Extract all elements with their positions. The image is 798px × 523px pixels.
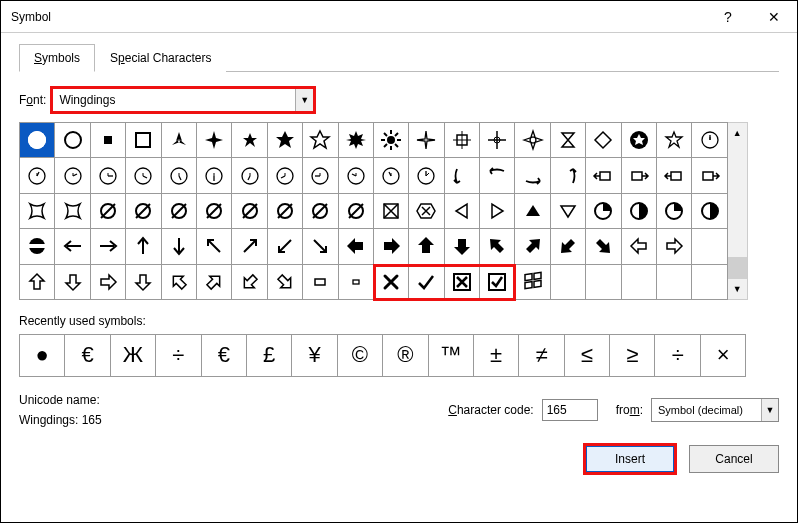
symbol-cell[interactable]	[91, 158, 126, 193]
symbol-cell[interactable]	[55, 194, 90, 229]
symbol-cell[interactable]	[374, 123, 409, 158]
symbol-cell[interactable]	[197, 123, 232, 158]
symbol-cell[interactable]	[268, 265, 303, 300]
tab-symbols[interactable]: Symbols	[19, 44, 95, 72]
symbol-cell[interactable]	[409, 194, 444, 229]
symbol-cell[interactable]	[91, 194, 126, 229]
symbol-cell[interactable]	[162, 265, 197, 300]
recent-symbol-cell[interactable]: Ж	[111, 335, 156, 377]
symbol-cell[interactable]	[622, 194, 657, 229]
font-input[interactable]	[53, 91, 294, 109]
symbol-cell[interactable]	[622, 158, 657, 193]
scroll-up-icon[interactable]: ▲	[728, 123, 747, 143]
symbol-cell[interactable]	[20, 158, 55, 193]
symbol-cell[interactable]	[303, 265, 338, 300]
recent-symbol-cell[interactable]: ¥	[292, 335, 337, 377]
close-button[interactable]: ✕	[751, 1, 797, 33]
font-combo[interactable]: ▼	[52, 88, 314, 112]
symbol-cell[interactable]	[586, 229, 621, 264]
symbol-cell[interactable]	[232, 229, 267, 264]
symbol-cell[interactable]	[515, 158, 550, 193]
symbol-cell[interactable]	[91, 265, 126, 300]
recent-symbol-cell[interactable]: ©	[338, 335, 383, 377]
symbol-cell[interactable]	[622, 123, 657, 158]
from-combo[interactable]: ▼	[651, 398, 779, 422]
symbol-cell[interactable]	[268, 229, 303, 264]
symbol-cell[interactable]	[91, 123, 126, 158]
recent-symbol-cell[interactable]: ×	[701, 335, 746, 377]
symbol-cell[interactable]	[445, 229, 480, 264]
symbol-cell[interactable]	[126, 229, 161, 264]
symbol-cell[interactable]	[197, 194, 232, 229]
symbol-cell[interactable]	[162, 158, 197, 193]
tab-special-characters[interactable]: Special Characters	[95, 44, 226, 72]
symbol-cell[interactable]	[303, 229, 338, 264]
grid-scrollbar[interactable]: ▲ ▼	[728, 122, 748, 300]
symbol-cell[interactable]	[586, 123, 621, 158]
symbol-cell[interactable]	[409, 265, 444, 300]
symbol-cell[interactable]	[232, 194, 267, 229]
symbol-cell[interactable]	[55, 158, 90, 193]
symbol-cell[interactable]	[162, 194, 197, 229]
recent-symbol-cell[interactable]: ®	[383, 335, 428, 377]
symbol-cell[interactable]	[20, 229, 55, 264]
insert-button[interactable]: Insert	[585, 445, 675, 473]
symbol-cell[interactable]	[20, 194, 55, 229]
symbol-cell[interactable]	[126, 194, 161, 229]
symbol-cell[interactable]	[303, 194, 338, 229]
symbol-cell[interactable]	[91, 229, 126, 264]
symbol-cell[interactable]	[55, 265, 90, 300]
symbol-cell[interactable]	[303, 123, 338, 158]
symbol-cell[interactable]	[197, 265, 232, 300]
symbol-cell[interactable]	[586, 265, 621, 300]
symbol-cell[interactable]	[232, 158, 267, 193]
symbol-cell[interactable]	[657, 158, 692, 193]
symbol-cell[interactable]	[622, 265, 657, 300]
recent-symbol-cell[interactable]: ÷	[655, 335, 700, 377]
recent-symbol-cell[interactable]: ≤	[565, 335, 610, 377]
symbol-cell[interactable]	[445, 158, 480, 193]
symbol-cell[interactable]	[445, 123, 480, 158]
symbol-cell[interactable]	[657, 265, 692, 300]
help-button[interactable]: ?	[705, 1, 751, 33]
symbol-cell[interactable]	[126, 123, 161, 158]
symbol-cell[interactable]	[55, 123, 90, 158]
symbol-cell[interactable]	[692, 158, 727, 193]
symbol-cell[interactable]	[197, 158, 232, 193]
symbol-cell[interactable]	[586, 158, 621, 193]
symbol-cell[interactable]	[515, 265, 550, 300]
symbol-cell[interactable]	[480, 158, 515, 193]
symbol-cell[interactable]	[692, 229, 727, 264]
symbol-cell[interactable]	[232, 265, 267, 300]
symbol-cell[interactable]	[339, 265, 374, 300]
symbol-cell[interactable]	[268, 158, 303, 193]
chevron-down-icon[interactable]: ▼	[761, 399, 778, 421]
symbol-cell[interactable]	[374, 158, 409, 193]
charcode-input[interactable]	[542, 399, 598, 421]
symbol-cell[interactable]	[551, 194, 586, 229]
recent-symbol-cell[interactable]: £	[247, 335, 292, 377]
recent-symbol-cell[interactable]: ≠	[519, 335, 564, 377]
symbol-cell[interactable]	[409, 123, 444, 158]
scroll-thumb[interactable]	[728, 257, 747, 279]
symbol-cell[interactable]	[162, 229, 197, 264]
symbol-cell[interactable]	[445, 265, 480, 300]
symbol-cell[interactable]	[480, 229, 515, 264]
symbol-cell[interactable]	[480, 123, 515, 158]
symbol-cell[interactable]	[374, 229, 409, 264]
recent-symbol-cell[interactable]: ™	[429, 335, 474, 377]
symbol-cell[interactable]	[480, 265, 515, 300]
symbol-cell[interactable]	[303, 158, 338, 193]
symbol-cell[interactable]	[268, 123, 303, 158]
symbol-cell[interactable]	[445, 194, 480, 229]
symbol-cell[interactable]	[551, 229, 586, 264]
symbol-cell[interactable]	[55, 229, 90, 264]
symbol-cell[interactable]	[339, 123, 374, 158]
symbol-cell[interactable]	[268, 194, 303, 229]
chevron-down-icon[interactable]: ▼	[295, 89, 314, 111]
symbol-cell[interactable]	[692, 194, 727, 229]
symbol-cell[interactable]	[692, 123, 727, 158]
symbol-cell[interactable]	[162, 123, 197, 158]
recent-symbol-cell[interactable]: ●	[20, 335, 65, 377]
symbol-cell[interactable]	[374, 194, 409, 229]
